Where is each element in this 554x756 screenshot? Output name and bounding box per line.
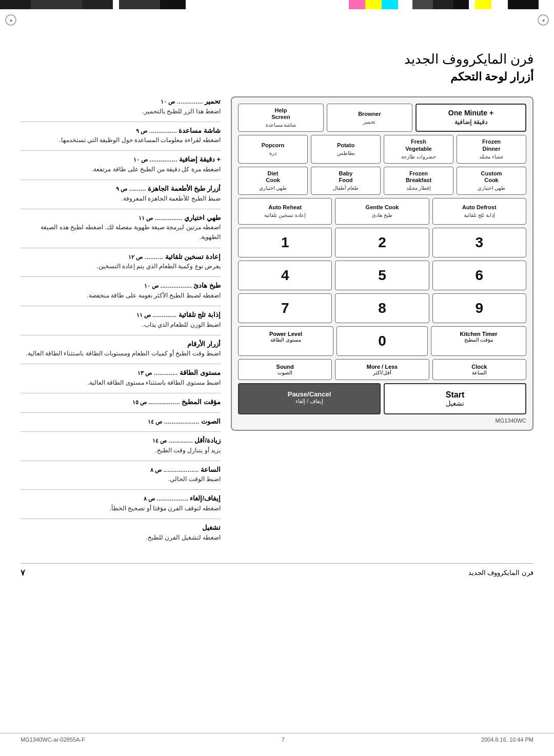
divider [21,209,221,209]
section-help: شاشة مساعدة ............... ص ٩ اضغطه لق… [21,126,221,146]
diet-cook-button[interactable]: DietCook طهي اختياري [238,167,308,195]
button-row-4: Auto Reheat إعادة تسخين تلقائية Gentle C… [238,198,526,225]
section-numbers: أزرار الأرقام اضبط وقت الطبخ أو كميات ال… [21,339,221,359]
footer-center: 7 [282,737,285,743]
kitchen-timer-button[interactable]: Kitchen Timer مؤقت المطبخ [431,326,526,356]
control-panel: HelpScreen شاشة مساعدة Browner تحمير One… [231,96,533,431]
section-start: تشغيل اضغطه لتشغيل الفرن للطبخ. [21,523,221,543]
power-level-button[interactable]: Power Level مستوى الطاقة [238,326,333,356]
custom-cook-button[interactable]: CustomCook طهي اختياري [457,167,526,195]
num-9-button[interactable]: 9 [432,293,526,323]
section-custom: طهي اختياري ............... ص ١١ اضغطه م… [21,213,221,243]
num-7-button[interactable]: 7 [238,293,332,323]
section-kitchentimer: مؤقت المطبخ ................. ص ١٥ [21,397,221,407]
one-minute-button[interactable]: One Minute + دقيقة إضافية [416,104,526,132]
section-start-title: تشغيل [21,523,221,533]
section-sound-title: الصوت ................... ص ١٤ [21,416,221,427]
divider [21,180,221,180]
main-title: فرن المايكرووف الجديد [21,51,533,67]
content-columns: تحمير .............. ص ١٠ اضغط هذا الزر … [21,96,533,548]
section-pausecancel: إيقاف/إلغاء ................. ص ٨ اضغطه … [21,493,221,513]
section-moreless-title: زيادة/أقل ............. ص ١٤ [21,435,221,446]
section-numbers-title: أزرار الأرقام [21,339,221,349]
divider [21,335,221,335]
divider [21,489,221,490]
bottom-title: فرن المايكرووف الجديد [468,569,533,576]
footer: MG1340WC-ar-02855A-F 7 2004.8.16, 10:44 … [0,733,554,746]
start-button[interactable]: Start تشغيل [384,383,526,414]
section-gentlecook: طبخ هادئ ................. ص ١٠ اضغطه لض… [21,281,221,301]
page-margins: ⊕ ⊕ [0,14,554,26]
power-row: Power Level مستوى الطاقة 0 Kitchen Timer… [238,326,526,356]
section-autodefrost-title: إذابة ثلج تلقائية ............. ص ١١ [21,310,221,320]
section-help-title: شاشة مساعدة ............... ص ٩ [21,126,221,136]
footer-left: MG1340WC-ar-02855A-F [21,737,85,743]
section-autoreheat: إعادة تسخين تلقائية .......... ص ١٢ يعرض… [21,252,221,272]
action-row: Pause/Cancel إيقاف / إلغاء Start تشغيل [238,383,526,414]
number-pad: 1 2 3 4 5 6 7 8 9 [238,228,526,323]
clock-button[interactable]: Clock الساعة [432,359,526,380]
divider [21,150,221,151]
potato-button[interactable]: Potato بطاطس [311,135,381,163]
gentle-cook-button[interactable]: Gentle Cook طبخ هادئ [335,198,429,225]
frozen-dinner-button[interactable]: FrozenDinner عشاء مجمَّد [457,135,526,163]
section-preset: أزرار طبخ الأطعمة الجاهزة ......... ص ٩ … [21,184,221,204]
section-powerlevel: مستوى الطاقة ............. ص ١٣ اضبط مست… [21,368,221,388]
frozen-breakfast-button[interactable]: FrozenBreakfast إفطار مجمَّد [384,167,453,195]
num-0-button[interactable]: 0 [337,326,428,356]
top-color-bar [0,0,554,9]
section-oneminute-title: + دقيقة إضافية ............... ص ١٠ [21,154,221,165]
section-moreless: زيادة/أقل ............. ص ١٤ يزيد أو يتن… [21,435,221,455]
more-less-button[interactable]: More / Less أقل/اكثر [335,359,429,380]
section-autoreheat-title: إعادة تسخين تلقائية .......... ص ١٢ [21,252,221,262]
num-3-button[interactable]: 3 [432,228,526,257]
num-6-button[interactable]: 6 [432,261,526,290]
section-autodefrost: إذابة ثلج تلقائية ............. ص ١١ اضب… [21,310,221,330]
section-browning-title: تحمير .............. ص ١٠ [21,96,221,107]
popcorn-button[interactable]: Popcorn ذرة [238,135,308,163]
auto-reheat-button[interactable]: Auto Reheat إعادة تسخين تلقائية [238,198,332,225]
divider [21,431,221,432]
section-oneminute: + دقيقة إضافية ............... ص ١٠ اضغط… [21,154,221,174]
baby-food-button[interactable]: BabyFood طعام أطفال [311,167,381,195]
sub-title: أزرار لوحة التحكم [21,70,533,84]
right-target-icon: ⊕ [538,14,549,26]
num-5-button[interactable]: 5 [335,261,429,290]
divider [21,412,221,413]
section-clock-title: الساعة ................... ص ٨ [21,465,221,475]
section-pausecancel-title: إيقاف/إلغاء ................. ص ٨ [21,493,221,504]
section-kitchentimer-title: مؤقت المطبخ ................. ص ١٥ [21,397,221,407]
button-row-2: Popcorn ذرة Potato بطاطس FreshVegetable … [238,135,526,163]
button-row-3: DietCook طهي اختياري BabyFood طعام أطفال… [238,167,526,195]
sound-row: Sound الصوت More / Less أقل/اكثر Clock ا… [238,359,526,380]
divider [21,393,221,393]
fresh-vegetable-button[interactable]: FreshVegetable خضروات طازجة [384,135,453,163]
num-4-button[interactable]: 4 [238,261,332,290]
browner-button[interactable]: Browner تحمير [327,104,412,132]
divider [21,248,221,248]
section-custom-title: طهي اختياري ............... ص ١١ [21,213,221,223]
divider [21,122,221,122]
description-column: تحمير .............. ص ١٠ اضغط هذا الزر … [21,96,221,548]
section-gentlecook-title: طبخ هادئ ................. ص ١٠ [21,281,221,291]
divider [21,276,221,277]
bottom-section: ٧ فرن المايكرووف الجديد [21,563,533,578]
pause-cancel-button[interactable]: Pause/Cancel إيقاف / إلغاء [238,383,381,414]
num-8-button[interactable]: 8 [335,293,429,323]
control-panel-column: HelpScreen شاشة مساعدة Browner تحمير One… [231,96,533,431]
divider [21,461,221,461]
section-browning: تحمير .............. ص ١٠ اضغط هذا الزر … [21,96,221,116]
sound-button[interactable]: Sound الصوت [238,359,332,380]
num-1-button[interactable]: 1 [238,228,332,257]
divider [21,364,221,364]
left-target-icon: ⊕ [5,14,16,26]
num-2-button[interactable]: 2 [335,228,429,257]
divider [21,306,221,306]
button-row-1: HelpScreen شاشة مساعدة Browner تحمير One… [238,104,526,132]
model-number: MG1340WC [238,417,526,424]
footer-right: 2004.8.16, 10:44 PM [481,737,533,743]
divider [21,519,221,519]
auto-defrost-button[interactable]: Auto Defrost إذابة ثلج تلقائية [432,198,526,225]
section-clock: الساعة ................... ص ٨ اضبط الوق… [21,465,221,485]
help-screen-button[interactable]: HelpScreen شاشة مساعدة [238,104,324,132]
